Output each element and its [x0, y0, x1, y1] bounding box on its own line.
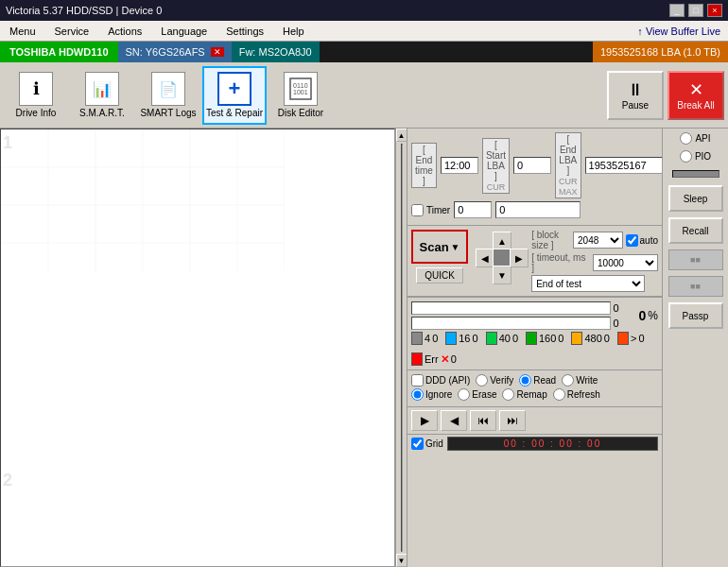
- graph-with-scroll: 1 2 ▲ ▼: [0, 129, 407, 567]
- back-button[interactable]: ◀: [441, 410, 467, 431]
- pause-button[interactable]: ⏸ Pause: [607, 71, 664, 120]
- read-radio[interactable]: [519, 374, 531, 387]
- play-button[interactable]: ▶: [411, 410, 438, 431]
- stat-gt: > 0: [617, 332, 645, 345]
- minimize-button[interactable]: _: [669, 4, 685, 17]
- drive-info-button[interactable]: ℹ Drive Info: [4, 66, 68, 125]
- color-4: [411, 332, 423, 345]
- nav-right-button[interactable]: ▶: [510, 249, 529, 267]
- graph-scroll-down[interactable]: ▼: [396, 554, 407, 567]
- stat-val-480: 0: [604, 333, 610, 344]
- next-button[interactable]: ⏭: [499, 410, 526, 431]
- verify-radio[interactable]: [476, 374, 488, 387]
- close-button[interactable]: ×: [707, 4, 722, 17]
- menu-menu[interactable]: Menu: [0, 24, 45, 39]
- grid-checkbox[interactable]: [411, 438, 424, 450]
- stat-label-480: 480: [584, 333, 601, 344]
- menu-service[interactable]: Service: [45, 24, 99, 39]
- progress-val-2: 0: [614, 318, 633, 329]
- stat-label-4: 4: [425, 333, 430, 344]
- svg-text:0110: 0110: [293, 82, 308, 89]
- nav-left-button[interactable]: ◀: [476, 249, 494, 267]
- timeout-select[interactable]: 10000 5000 15000: [593, 254, 658, 271]
- erase-label: Erase: [458, 388, 496, 401]
- timer-input-1[interactable]: [454, 201, 492, 218]
- write-radio[interactable]: [562, 374, 574, 387]
- stats-area: 0 0 0 % 4: [407, 297, 662, 369]
- refresh-label: Refresh: [553, 388, 600, 401]
- menu-actions[interactable]: Actions: [98, 24, 151, 39]
- right-panel: [ End time ] [ Start LBA ] CUR [ End LBA…: [407, 129, 662, 567]
- scroll-thumb[interactable]: [401, 144, 403, 552]
- progress-row: 0 0 0 %: [411, 301, 658, 330]
- erase-radio[interactable]: [458, 388, 470, 401]
- toolbar: ℹ Drive Info 📊 S.M.A.R.T. 📄 SMART Logs +…: [0, 62, 728, 129]
- color-stats: 4 0 16 0 40 0 160 0: [411, 332, 658, 366]
- stat-label-16: 16: [459, 333, 470, 344]
- timer-checkbox-label: Timer: [411, 204, 450, 216]
- stat-label-gt: >: [631, 333, 636, 344]
- ignore-radio[interactable]: [411, 388, 424, 401]
- stat-480: 480 0: [571, 332, 609, 345]
- view-buffer-button[interactable]: ↑ View Buffer Live: [630, 24, 728, 39]
- transport-controls: ▶ ◀ ⏮ ⏭: [407, 406, 662, 434]
- lba-info: 1953525168 LBA (1.0 TB): [593, 42, 728, 62]
- nav-center-button[interactable]: [493, 249, 511, 267]
- smart-button[interactable]: 📊 S.M.A.R.T.: [70, 66, 134, 125]
- end-lba-input[interactable]: [585, 157, 670, 174]
- remap-radio[interactable]: [502, 388, 514, 401]
- smart-icon: 📊: [85, 72, 119, 106]
- nav-up-button[interactable]: ▲: [493, 232, 511, 250]
- serial-number: SN: Y6GS26AFS ✕: [118, 42, 232, 62]
- color-16: [445, 332, 457, 345]
- scan-button[interactable]: Scan ▼: [411, 230, 468, 264]
- pio-radio[interactable]: [680, 150, 692, 163]
- grid-label: Grid: [411, 438, 443, 450]
- smart-logs-button[interactable]: 📄 SMART Logs: [136, 66, 200, 125]
- stat-val-160: 0: [558, 333, 563, 344]
- timer-input-2[interactable]: [495, 201, 581, 218]
- scan-controls: Scan ▼ QUICK: [411, 230, 468, 284]
- percent-display: 0 %: [639, 308, 658, 323]
- test-repair-button[interactable]: + Test & Repair: [202, 66, 267, 125]
- color-err: [411, 352, 423, 366]
- block-size-select[interactable]: 2048 512 4096: [573, 232, 623, 249]
- firmware-label: Fw: MS2OA8J0: [232, 42, 320, 62]
- titlebar: Victoria 5.37 HDD/SSD | Device 0 _ □ ×: [0, 0, 728, 21]
- menu-settings[interactable]: Settings: [217, 24, 273, 39]
- start-lba-input[interactable]: [513, 157, 551, 174]
- disabled-btn-2: ■■: [668, 276, 723, 297]
- sleep-button[interactable]: Sleep: [668, 185, 723, 212]
- break-button[interactable]: ✕ Break All: [667, 71, 724, 120]
- timer-checkbox[interactable]: [411, 204, 424, 216]
- stat-val-4: 0: [432, 333, 438, 344]
- prev-button[interactable]: ⏮: [470, 410, 496, 431]
- api-radio-label: API: [680, 132, 710, 145]
- auto-checkbox[interactable]: [626, 234, 638, 247]
- menu-language[interactable]: Language: [151, 24, 217, 39]
- end-test-select[interactable]: End of test: [531, 275, 645, 292]
- stat-label-40: 40: [499, 333, 511, 344]
- nav-down-button[interactable]: ▼: [493, 266, 511, 284]
- ddd-checkbox[interactable]: [411, 374, 424, 387]
- color-480: [571, 332, 582, 345]
- api-radio[interactable]: [680, 132, 692, 145]
- graph-label-2: 2: [3, 471, 12, 490]
- stat-4: 4 0: [411, 332, 438, 345]
- end-time-input[interactable]: [441, 157, 478, 174]
- maximize-button[interactable]: □: [688, 4, 703, 17]
- quick-button[interactable]: QUICK: [416, 267, 463, 284]
- graph-scroll-up[interactable]: ▲: [396, 129, 407, 142]
- stat-160: 160 0: [526, 332, 563, 345]
- recall-button[interactable]: Recall: [668, 217, 723, 244]
- refresh-radio[interactable]: [553, 388, 565, 401]
- disk-editor-icon: 01101001: [284, 72, 318, 106]
- write-label: Write: [562, 374, 598, 387]
- lba-controls: [ End time ] [ Start LBA ] CUR [ End LBA…: [407, 129, 662, 226]
- menu-help[interactable]: Help: [273, 24, 314, 39]
- disk-editor-button[interactable]: 01101001 Disk Editor: [269, 66, 333, 125]
- serial-close-button[interactable]: ✕: [211, 47, 224, 57]
- stat-label-160: 160: [539, 333, 556, 344]
- test-repair-icon: +: [217, 72, 251, 106]
- passp-button[interactable]: Passp: [668, 302, 723, 329]
